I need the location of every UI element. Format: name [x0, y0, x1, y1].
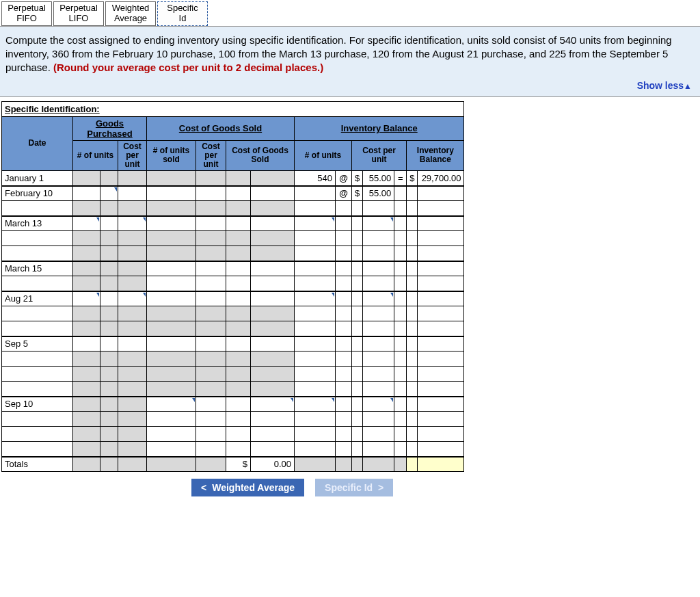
chevron-up-icon: ▲ — [684, 81, 692, 91]
table-row — [2, 276, 464, 291]
table-row — [2, 382, 464, 397]
col-ib-cost: Cost per unit — [352, 140, 407, 171]
col-gp-units: # of units — [73, 140, 118, 171]
sheet-title: Specific Identification: — [2, 101, 464, 116]
footer-nav: < Weighted Average Specific Id > — [0, 472, 700, 496]
worksheet-table: Specific Identification: Date Goods Purc… — [1, 101, 464, 473]
table-row: Aug 21 — [2, 291, 464, 306]
table-row — [2, 427, 464, 442]
prev-tab-button[interactable]: < Weighted Average — [191, 479, 304, 496]
table-row: Sep 5 — [2, 336, 464, 351]
col-date: Date — [2, 116, 73, 171]
chevron-left-icon: < — [201, 482, 206, 493]
show-less-toggle[interactable]: Show less▲ — [5, 75, 692, 92]
chevron-right-icon: > — [378, 482, 383, 493]
next-tab-button[interactable]: Specific Id > — [315, 479, 393, 496]
table-row — [2, 231, 464, 246]
totals-row: Totals $ 0.00 — [2, 457, 464, 472]
col-ib-units: # of units — [295, 140, 352, 171]
tab-perpetual-lifo[interactable]: PerpetualLIFO — [53, 1, 104, 26]
table-row — [2, 367, 464, 382]
tab-row: PerpetualFIFO PerpetualLIFO WeightedAver… — [0, 0, 700, 26]
table-row: Sep 10 — [2, 397, 464, 412]
tab-perpetual-fifo[interactable]: PerpetualFIFO — [1, 1, 52, 26]
tab-specific-id[interactable]: SpecificId — [157, 1, 208, 26]
table-row — [2, 412, 464, 427]
table-row: January 1 540 @ $ 55.00 = $ 29,700.00 — [2, 171, 464, 186]
table-row: March 13 — [2, 216, 464, 231]
table-row — [2, 201, 464, 216]
table-row — [2, 246, 464, 261]
tab-weighted-average[interactable]: WeightedAverage — [105, 1, 156, 26]
table-row: February 10 @ $ 55.00 — [2, 186, 464, 201]
question-emphasis: (Round your average cost per unit to 2 d… — [53, 62, 323, 73]
group-cogs: Cost of Goods Sold — [147, 116, 295, 140]
col-gp-cost: Cost per unit — [118, 140, 147, 171]
col-ib-bal: Inventory Balance — [407, 140, 464, 171]
table-row — [2, 321, 464, 336]
col-cs-total: Cost of Goods Sold — [226, 140, 295, 171]
col-cs-cost: Cost per unit — [196, 140, 226, 171]
group-goods-purchased: Goods Purchased — [73, 116, 147, 140]
col-cs-units: # of units sold — [147, 140, 196, 171]
table-row — [2, 306, 464, 321]
group-inventory-balance: Inventory Balance — [295, 116, 464, 140]
question-box: Compute the cost assigned to ending inve… — [0, 26, 700, 97]
table-row: March 15 — [2, 261, 464, 276]
table-row — [2, 351, 464, 367]
table-row — [2, 442, 464, 457]
